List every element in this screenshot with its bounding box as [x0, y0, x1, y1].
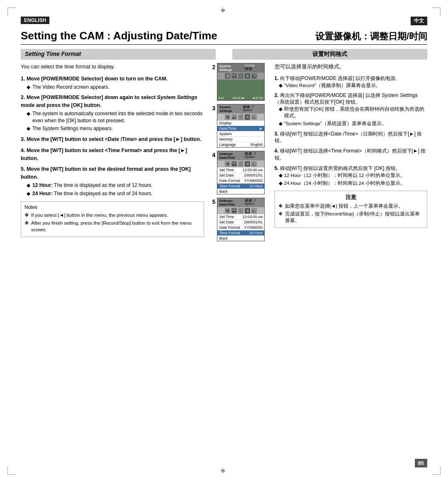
screenshot-4: Settings: Date/Time ⬛⬛ ↕T System ⚙ 📷 🔊 ⚙…: [217, 151, 265, 194]
dt5-back: Back: [217, 236, 264, 241]
viewfinder-overlay: 0:01 00:43:4■ ■ ST BY: [218, 97, 263, 99]
center-top-mark: ✛: [221, 7, 227, 14]
dt4-back: Back: [217, 189, 264, 194]
screenshot-2: System Settings FJ7230 ⬛⬛ ⚙ 📷 🔊 ⚙ 🎤: [217, 63, 265, 101]
screenshot-3: System Settings ⬛⬛ ↕T System ⚙ 📷 🔊 ⚙ 🎤: [217, 104, 265, 148]
screenshot-row-3: 3 System Settings ⬛⬛ ↕T System ⚙ 📷 🔊 ⚙: [212, 104, 270, 148]
right-steps-column: 您可以选择显示的时间格式。 1. 向下移动[POWER/MODE 选择器] 以打…: [275, 63, 427, 245]
screenshot-5-icons-row: ⚙ 📷 🔊 ⚙ 🎤: [217, 207, 264, 214]
icon-4: ⚙: [245, 73, 250, 79]
screenshot-3-title: System Settings: [219, 105, 243, 113]
corner-mark-bl: [7, 466, 16, 475]
dt5-icon-3: 🔊: [238, 208, 243, 213]
step-3-header: 3. Move the [W/T] button to select <Date…: [21, 136, 204, 143]
screenshot-num-3: 3: [212, 105, 216, 111]
cn-step-1-bullet: ◆ "Video Record"（视频录制）屏幕将会显示。: [279, 82, 427, 89]
diamond-icon: ◆: [27, 84, 30, 91]
screenshot-3-icons-row: ⚙ 📷 🔊 ⚙ 🎤: [217, 114, 264, 121]
cn-step-5-bullet-2: ◆ 24 Hour（24 小时制）：时间将以 24 小时的单位显示。: [279, 180, 427, 187]
cn-step-2-bullet-2: ◆ "System Settings"（系统设置）菜单将会显示。: [279, 120, 427, 127]
screenshots-column: 2 System Settings FJ7230 ⬛⬛ ⚙ 📷 🔊: [212, 63, 270, 245]
screenshot-4-title: Settings: Date/Time: [219, 152, 244, 160]
notes-cn-label: 注意: [278, 194, 424, 201]
diamond-icon: ◆: [279, 180, 282, 187]
diamond-icon: ❖: [278, 211, 283, 224]
step-5-bullet-2: ◆ 24 Hour: The time is displayed as the …: [27, 190, 204, 197]
diamond-icon: ◆: [27, 110, 30, 124]
screenshot-5: Settings: Date/Time ⬛⬛ ↕T System ⚙ 📷 🔊 ⚙…: [217, 198, 265, 241]
screenshot-row-2: 2 System Settings FJ7230 ⬛⬛ ⚙ 📷 🔊: [212, 63, 270, 101]
dt4-dateformat: Date FormatYY/MM/DD: [217, 178, 264, 184]
dt5-dateformat: Date FormatYY/MM/DD: [217, 225, 264, 230]
notes-text-2: After you finish setting, press the [Rec…: [31, 220, 200, 233]
menu-icon-2: 📷: [231, 114, 237, 120]
english-badge: ENGLISH: [21, 17, 49, 24]
chinese-badge: 中文: [411, 17, 427, 25]
cn-step-5-header: 5. 移动[W/T] 按钮以设置所需的格式然后按下 [OK] 按钮。: [275, 165, 427, 172]
notes-box: Notes ❖ If you select [◄] button in the …: [21, 201, 204, 237]
screenshot-row-5: 5 Settings: Date/Time ⬛⬛ ↕T System ⚙ 📷 🔊…: [212, 198, 270, 241]
dt4-timeformat: Time Format12 Hour: [217, 184, 264, 189]
cn-step-3-header: 3. 移动[W/T] 按钮以选择<Date /Time>（日期时间）然后按下[►…: [275, 131, 427, 145]
cn-notes-item-2: ❖ 完成设置后，按下[Record/Stop]（录制/停止）按钮以退出菜单屏幕。: [278, 211, 424, 224]
step-3-text: Move the [W/T] button to select <Date /T…: [27, 136, 201, 142]
header-row: ENGLISH 中文: [21, 17, 427, 27]
step-2-header: 2. Move [POWER/MODE Selector] down again…: [21, 94, 204, 109]
screenshot-2-header: System Settings FJ7230 ⬛⬛: [217, 63, 264, 73]
right-column: 2 System Settings FJ7230 ⬛⬛ ⚙ 📷 🔊: [212, 63, 427, 245]
diamond-icon: ❖: [24, 212, 29, 218]
step-1: 1. Move [POWER/MODE Selector] down to tu…: [21, 75, 204, 91]
menu-item-language: LanguageEnglish: [217, 142, 264, 147]
cn-step-2-header: 2. 再次向下移动[POWER/MODE 选择器] 以选择 System Set…: [275, 92, 427, 106]
screenshot-num-2: 2: [212, 64, 216, 70]
diamond-icon: ❖: [278, 203, 283, 209]
cn-step-4: 4. 移动[W/T] 按钮以选择<Time Format>（时间格式）然后按下[…: [275, 148, 427, 162]
cn-notes-text-2: 完成设置后，按下[Record/Stop]（录制/停止）按钮以退出菜单屏幕。: [285, 211, 424, 224]
screenshot-2-icons: ⚙ 📷 🔊 ⚙ 🎤: [217, 73, 264, 80]
page-number: 95: [415, 459, 427, 467]
notes-label: Notes: [24, 204, 200, 210]
step-4: 4. Move the [W/T] button to select <Time…: [21, 147, 204, 162]
cn-notes-item-1: ❖ 如果您在菜单中选择[◄] 按钮，上一个菜单将会显示。: [278, 203, 424, 209]
screenshot-num-5: 5: [212, 199, 216, 205]
menu-icon-3: 🔊: [238, 114, 243, 120]
main-title-en: Setting the CAM : Adjusting Date/Time: [21, 29, 217, 42]
screenshot-3-header: System Settings ⬛⬛ ↕T System: [217, 104, 264, 114]
step-5-bullet-1: ◆ 12 Hour: The time is displayed as the …: [27, 182, 204, 189]
menu-icon-5: 🎤: [251, 114, 257, 120]
corner-mark-br: [432, 466, 441, 475]
step-5-text: Move the [W/T] button to set the desired…: [21, 166, 191, 180]
icon-3: 🔊: [238, 73, 243, 79]
diamond-icon: ◆: [27, 125, 30, 132]
menu-icon-4: ⚙: [245, 114, 250, 120]
dt5-icon-4: ⚙: [245, 208, 250, 213]
diamond-icon: ◆: [279, 82, 282, 89]
cn-step-5-bullet-1: ◆ 12 Hour（12 小时制）：时间将以 12 小时的单位显示。: [279, 172, 427, 179]
cn-step-3: 3. 移动[W/T] 按钮以选择<Date /Time>（日期时间）然后按下[►…: [275, 131, 427, 145]
intro-text-en: You can select the time format to displa…: [21, 63, 204, 71]
notes-text-1: If you select [◄] button in the menu, th…: [31, 212, 168, 218]
right-content: 2 System Settings FJ7230 ⬛⬛ ⚙ 📷 🔊: [212, 63, 427, 245]
step-2-bullet-text-2: The System Settings menu appears.: [32, 125, 204, 132]
main-title-cn: 设置摄像机：调整日期/时间: [315, 30, 427, 43]
dt-icon-1: ⚙: [225, 161, 230, 167]
corner-mark-tl: [7, 7, 16, 16]
cn-step-2-bullet-1: ◆ 即使您有按下[OK] 按钮，系统也会在两秒钟内自动转换为所选的模式。: [279, 106, 427, 119]
step-1-bullet-text: The Video Record screen appears.: [32, 84, 204, 91]
screenshot-5-title: Settings: Date/Time: [219, 199, 244, 206]
cn-step-2: 2. 再次向下移动[POWER/MODE 选择器] 以选择 System Set…: [275, 92, 427, 127]
step-5-header: 5. Move the [W/T] button to set the desi…: [21, 165, 204, 181]
icon-1: ⚙: [225, 73, 230, 79]
menu-icon-1: ⚙: [225, 114, 230, 120]
notes-cn-box: 注意 ❖ 如果您在菜单中选择[◄] 按钮，上一个菜单将会显示。 ❖ 完成设置后，…: [275, 191, 427, 228]
dt-icon-5: 🎤: [251, 161, 257, 167]
step-1-text: Move [POWER/MODE Selector] down to turn …: [27, 76, 168, 82]
menu-item-memory: Memory: [217, 137, 264, 142]
intro-text-cn: 您可以选择显示的时间格式。: [275, 63, 427, 71]
dt5-icon-2: 📷: [231, 208, 237, 213]
main-title-row: Setting the CAM : Adjusting Date/Time 设置…: [21, 29, 427, 45]
diamond-icon: ◆: [279, 106, 282, 119]
step-1-header: 1. Move [POWER/MODE Selector] down to tu…: [21, 75, 204, 83]
step-2-bullet-1: ◆ The system is automatically converted …: [27, 110, 204, 124]
diamond-icon: ◆: [27, 190, 30, 197]
